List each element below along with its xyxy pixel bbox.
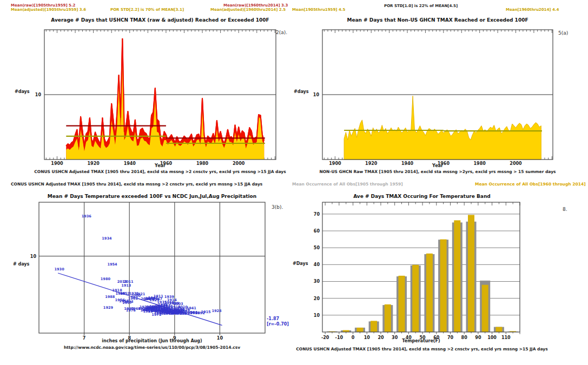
figure-canvas: 1019001920194019601980200010190019201940… (0, 0, 588, 365)
title-ghcn: Mean # Days that Non-US GHCN TMAX Reache… (319, 18, 557, 23)
scatter_precip-plot: 7891010190519061907190819091910191119121… (30, 202, 265, 341)
year-point-label: 1947 (153, 297, 162, 301)
header-ghcn-mean-early: Mean[1905thru1959] 4.5 (292, 8, 345, 12)
title-scatter: Mean # Days Temperature exceeded 100F vs… (33, 194, 271, 200)
title-ushcn: Average # Days that USHCN TMAX (raw & ad… (41, 18, 279, 23)
header-ushcn-mean-adj-late: Mean(adjusted)[1960thru2014] 2.5 (210, 8, 286, 12)
xlabel-bars: Temperature(F) (322, 339, 520, 344)
gold-bar (495, 327, 502, 332)
y-tick-label: 60 (314, 229, 320, 234)
panel-label-bars: 8. (563, 207, 567, 213)
header-ghcn-por-std: POR STD[1.0] is 22% of MEAN[4.5] (384, 4, 458, 9)
caption-scatter: http://www.ncdc.noaa.gov/cag/time-series… (39, 346, 265, 350)
y-tick-label: 10 (35, 92, 42, 97)
gold-bar (468, 215, 474, 332)
plot-frame (322, 202, 520, 332)
gold-bar (412, 265, 419, 332)
caption-ushcn: CONUS USHCN Adjusted TMAX [1905 thru 201… (19, 170, 301, 174)
year-point-label: 2000 (131, 294, 141, 298)
ylabel-bars: #Days (293, 262, 308, 267)
y-tick-label: 70 (314, 212, 320, 217)
gold-bar (385, 304, 391, 332)
caption-mean-occurrence-late: Mean Occurrence of All Obs[1960 through … (475, 182, 586, 187)
xlabel-ushcn: Year (41, 164, 279, 169)
panel-label-scatter: 3(b). (272, 205, 283, 210)
adjusted-series-area (66, 61, 264, 160)
year-point-label: 1936 (82, 214, 92, 218)
caption-ushcn-repeat: CONUS USHCN Adjusted TMAX [1905 thru 201… (11, 182, 262, 187)
raw non-US-series-area (344, 96, 541, 160)
ghcn_timeseries-plot: 10190019201940196019802000 (313, 30, 553, 166)
year-point-label: 1952 (120, 291, 130, 296)
y-tick-label: 20 (314, 296, 320, 301)
y-tick-label: 10 (313, 92, 320, 97)
ylabel-ushcn: #days (15, 90, 30, 95)
raw-series-line-top (66, 39, 264, 147)
title-bars: Ave # Days TMAX Occuring For Temperature… (303, 194, 541, 200)
y-tick-label: 10 (30, 254, 37, 259)
gold-bar (482, 285, 488, 332)
gold-bar (371, 321, 377, 332)
y-tick-label: 30 (314, 279, 320, 284)
gold-bar (440, 240, 447, 332)
ylabel-scatter: # days (13, 262, 29, 267)
caption-mean-occurrence-early: Mean Occurrence of All Obs[1905 through … (292, 182, 403, 187)
year-point-label: 1957 (122, 301, 132, 305)
temp_band_bars-plot: 10203040506070-20-1001020304050607080901… (314, 202, 520, 340)
header-ushcn-mean-adj-early: Mean(adjusted)[1905thru1959] 3.6 (11, 8, 86, 12)
year-point-label: 2008 (160, 306, 170, 310)
year-point-label: 1990 (124, 307, 134, 311)
ylabel-ghcn: #days (294, 90, 309, 95)
trend-slope-label: -1.87 (267, 317, 279, 322)
year-point-label: 1913 (121, 283, 131, 288)
year-point-label: 1980 (101, 277, 111, 281)
year-point-label: 1930 (55, 267, 65, 271)
panel-label-ushcn: 2(a). (276, 30, 287, 36)
header-ghcn-mean-late: Mean[1960thru2014] 4.4 (506, 8, 559, 12)
year-point-label: 1988 (105, 295, 115, 299)
year-point-label: 2006 (141, 297, 151, 301)
trend-line (58, 273, 222, 326)
year-point-label: 1939 (164, 295, 175, 299)
xlabel-scatter: inches of precipitation (Jun through Aug… (39, 339, 265, 344)
year-point-label: 1929 (103, 306, 114, 310)
year-point-label: 2014 (180, 308, 190, 312)
trend-r-label: [r=-0.70] (267, 322, 289, 327)
gold-bar (399, 276, 405, 332)
gold-bar (454, 220, 460, 332)
xlabel-ghcn: Year (319, 164, 557, 169)
caption-ghcn: NON-US GHCN Raw TMAX [1905 thru 2014], e… (302, 170, 573, 174)
panel-label-ghcn: 5(a) (558, 31, 568, 36)
year-point-label: 1934 (102, 236, 112, 241)
year-point-label: 2012 (117, 280, 127, 284)
gold-bar (356, 328, 363, 332)
y-tick-label: 10 (314, 313, 320, 318)
year-point-label: 1954 (107, 262, 117, 267)
y-tick-label: 40 (314, 262, 320, 267)
year-point-label: 1928 (212, 309, 222, 313)
gold-bar (426, 254, 433, 332)
header-ushcn-por-std: POR STD[2.2] is 70% of MEAN[3.1] (110, 8, 184, 12)
caption-bars: CONUS USHCN Adjusted TMAX [1905 thru 201… (292, 347, 552, 351)
y-tick-label: 50 (314, 245, 320, 250)
ushcn_timeseries-plot: 10190019201940196019802000 (35, 30, 276, 166)
year-point-label: 2005 (146, 308, 156, 312)
